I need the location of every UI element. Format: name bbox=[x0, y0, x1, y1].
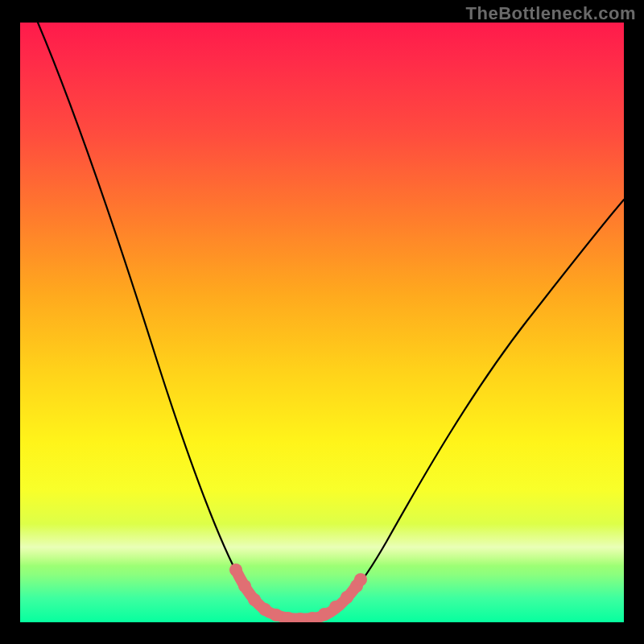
chart-frame: TheBottleneck.com bbox=[0, 0, 644, 644]
watermark-text: TheBottleneck.com bbox=[466, 3, 636, 24]
plot-area bbox=[20, 23, 624, 622]
background-gradient bbox=[20, 23, 624, 622]
